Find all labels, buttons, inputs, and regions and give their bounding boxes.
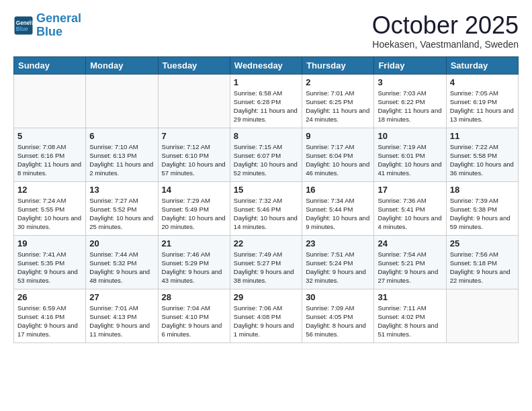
day-info: Sunrise: 7:34 AM Sunset: 5:44 PM Dayligh… xyxy=(306,196,370,232)
page: General Blue General Blue October 2025 H… xyxy=(0,0,532,350)
calendar-cell: 11Sunrise: 7:22 AM Sunset: 5:58 PM Dayli… xyxy=(446,128,518,181)
calendar-cell: 14Sunrise: 7:29 AM Sunset: 5:49 PM Dayli… xyxy=(158,181,230,235)
day-number: 18 xyxy=(450,185,515,195)
day-number: 9 xyxy=(306,131,370,141)
day-info: Sunrise: 7:09 AM Sunset: 4:05 PM Dayligh… xyxy=(306,304,370,339)
calendar-cell: 26Sunrise: 6:59 AM Sunset: 4:16 PM Dayli… xyxy=(14,289,86,342)
calendar-table: SundayMondayTuesdayWednesdayThursdayFrid… xyxy=(13,56,519,343)
day-info: Sunrise: 7:08 AM Sunset: 6:16 PM Dayligh… xyxy=(17,142,82,178)
calendar-cell: 8Sunrise: 7:15 AM Sunset: 6:07 PM Daylig… xyxy=(230,128,302,181)
calendar-cell: 17Sunrise: 7:36 AM Sunset: 5:41 PM Dayli… xyxy=(374,181,446,235)
day-number: 24 xyxy=(378,238,442,248)
day-number: 28 xyxy=(162,292,226,302)
day-info: Sunrise: 7:15 AM Sunset: 6:07 PM Dayligh… xyxy=(234,142,298,178)
calendar-week-row: 5Sunrise: 7:08 AM Sunset: 6:16 PM Daylig… xyxy=(14,128,519,181)
calendar-cell: 31Sunrise: 7:11 AM Sunset: 4:02 PM Dayli… xyxy=(374,289,446,342)
day-number: 16 xyxy=(306,185,370,195)
location-subtitle: Hoekasen, Vaestmanland, Sweden xyxy=(372,39,519,50)
day-number: 27 xyxy=(89,292,154,302)
calendar-week-row: 1Sunrise: 6:58 AM Sunset: 6:28 PM Daylig… xyxy=(14,74,519,128)
day-info: Sunrise: 7:27 AM Sunset: 5:52 PM Dayligh… xyxy=(89,196,154,232)
svg-text:General: General xyxy=(16,19,34,26)
day-number: 14 xyxy=(162,185,226,195)
calendar-cell: 18Sunrise: 7:39 AM Sunset: 5:38 PM Dayli… xyxy=(446,181,518,235)
calendar-cell: 4Sunrise: 7:05 AM Sunset: 6:19 PM Daylig… xyxy=(446,74,518,128)
day-number: 1 xyxy=(234,77,298,87)
day-number: 23 xyxy=(306,238,370,248)
day-number: 3 xyxy=(378,77,442,87)
calendar-cell: 24Sunrise: 7:54 AM Sunset: 5:21 PM Dayli… xyxy=(374,235,446,289)
day-info: Sunrise: 7:32 AM Sunset: 5:46 PM Dayligh… xyxy=(234,196,298,232)
day-info: Sunrise: 7:10 AM Sunset: 6:13 PM Dayligh… xyxy=(89,142,154,178)
calendar-day-header: Friday xyxy=(374,56,446,74)
calendar-cell: 16Sunrise: 7:34 AM Sunset: 5:44 PM Dayli… xyxy=(302,181,374,235)
day-info: Sunrise: 6:58 AM Sunset: 6:28 PM Dayligh… xyxy=(234,89,298,124)
day-info: Sunrise: 7:04 AM Sunset: 4:10 PM Dayligh… xyxy=(162,304,226,339)
day-number: 7 xyxy=(162,131,226,141)
day-info: Sunrise: 7:05 AM Sunset: 6:19 PM Dayligh… xyxy=(450,89,515,124)
logo-icon: General Blue xyxy=(13,15,34,36)
calendar-cell: 7Sunrise: 7:12 AM Sunset: 6:10 PM Daylig… xyxy=(158,128,230,181)
day-info: Sunrise: 7:03 AM Sunset: 6:22 PM Dayligh… xyxy=(378,89,442,124)
calendar-cell: 6Sunrise: 7:10 AM Sunset: 6:13 PM Daylig… xyxy=(86,128,158,181)
day-info: Sunrise: 7:24 AM Sunset: 5:55 PM Dayligh… xyxy=(17,196,82,232)
calendar-cell: 5Sunrise: 7:08 AM Sunset: 6:16 PM Daylig… xyxy=(14,128,86,181)
day-info: Sunrise: 7:29 AM Sunset: 5:49 PM Dayligh… xyxy=(162,196,226,232)
title-block: October 2025 Hoekasen, Vaestmanland, Swe… xyxy=(372,12,519,50)
day-info: Sunrise: 7:01 AM Sunset: 4:13 PM Dayligh… xyxy=(89,304,154,339)
month-title: October 2025 xyxy=(372,12,519,39)
day-number: 2 xyxy=(306,77,370,87)
day-info: Sunrise: 7:22 AM Sunset: 5:58 PM Dayligh… xyxy=(450,142,515,178)
calendar-cell xyxy=(86,74,158,128)
calendar-day-header: Wednesday xyxy=(230,56,302,74)
calendar-cell: 22Sunrise: 7:49 AM Sunset: 5:27 PM Dayli… xyxy=(230,235,302,289)
calendar-week-row: 12Sunrise: 7:24 AM Sunset: 5:55 PM Dayli… xyxy=(14,181,519,235)
day-number: 21 xyxy=(162,238,226,248)
calendar-cell: 13Sunrise: 7:27 AM Sunset: 5:52 PM Dayli… xyxy=(86,181,158,235)
day-number: 25 xyxy=(450,238,515,248)
day-info: Sunrise: 7:49 AM Sunset: 5:27 PM Dayligh… xyxy=(234,250,298,285)
day-number: 8 xyxy=(234,131,298,141)
calendar-header-row: SundayMondayTuesdayWednesdayThursdayFrid… xyxy=(14,56,519,74)
calendar-cell: 30Sunrise: 7:09 AM Sunset: 4:05 PM Dayli… xyxy=(302,289,374,342)
day-number: 22 xyxy=(234,238,298,248)
calendar-cell xyxy=(158,74,230,128)
day-number: 17 xyxy=(378,185,442,195)
day-info: Sunrise: 7:54 AM Sunset: 5:21 PM Dayligh… xyxy=(378,250,442,285)
day-info: Sunrise: 7:46 AM Sunset: 5:29 PM Dayligh… xyxy=(162,250,226,285)
calendar-day-header: Sunday xyxy=(14,56,86,74)
day-info: Sunrise: 7:36 AM Sunset: 5:41 PM Dayligh… xyxy=(378,196,442,232)
day-number: 12 xyxy=(17,185,82,195)
calendar-cell: 1Sunrise: 6:58 AM Sunset: 6:28 PM Daylig… xyxy=(230,74,302,128)
logo-text: General Blue xyxy=(36,12,81,39)
day-info: Sunrise: 7:56 AM Sunset: 5:18 PM Dayligh… xyxy=(450,250,515,285)
logo: General Blue General Blue xyxy=(13,12,81,39)
calendar-cell: 15Sunrise: 7:32 AM Sunset: 5:46 PM Dayli… xyxy=(230,181,302,235)
day-number: 4 xyxy=(450,77,515,87)
logo-line1: General xyxy=(36,11,81,25)
day-number: 11 xyxy=(450,131,515,141)
calendar-cell: 21Sunrise: 7:46 AM Sunset: 5:29 PM Dayli… xyxy=(158,235,230,289)
day-info: Sunrise: 7:11 AM Sunset: 4:02 PM Dayligh… xyxy=(378,304,442,339)
day-number: 15 xyxy=(234,185,298,195)
day-number: 10 xyxy=(378,131,442,141)
calendar-cell: 9Sunrise: 7:17 AM Sunset: 6:04 PM Daylig… xyxy=(302,128,374,181)
calendar-cell xyxy=(446,289,518,342)
day-info: Sunrise: 7:17 AM Sunset: 6:04 PM Dayligh… xyxy=(306,142,370,178)
calendar-cell: 3Sunrise: 7:03 AM Sunset: 6:22 PM Daylig… xyxy=(374,74,446,128)
day-number: 20 xyxy=(89,238,154,248)
day-info: Sunrise: 7:51 AM Sunset: 5:24 PM Dayligh… xyxy=(306,250,370,285)
day-number: 31 xyxy=(378,292,442,302)
day-info: Sunrise: 7:44 AM Sunset: 5:32 PM Dayligh… xyxy=(89,250,154,285)
calendar-cell: 29Sunrise: 7:06 AM Sunset: 4:08 PM Dayli… xyxy=(230,289,302,342)
calendar-cell: 23Sunrise: 7:51 AM Sunset: 5:24 PM Dayli… xyxy=(302,235,374,289)
logo-line2: Blue xyxy=(36,25,62,38)
day-number: 19 xyxy=(17,238,82,248)
svg-text:Blue: Blue xyxy=(16,26,28,32)
day-info: Sunrise: 7:39 AM Sunset: 5:38 PM Dayligh… xyxy=(450,196,515,232)
calendar-day-header: Monday xyxy=(86,56,158,74)
day-info: Sunrise: 7:12 AM Sunset: 6:10 PM Dayligh… xyxy=(162,142,226,178)
calendar-day-header: Saturday xyxy=(446,56,518,74)
day-number: 30 xyxy=(306,292,370,302)
calendar-cell: 27Sunrise: 7:01 AM Sunset: 4:13 PM Dayli… xyxy=(86,289,158,342)
